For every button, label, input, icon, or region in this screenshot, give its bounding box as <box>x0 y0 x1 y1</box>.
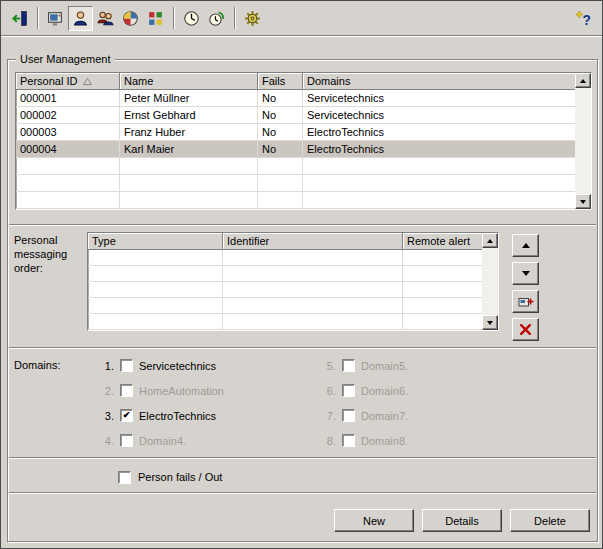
section-separator <box>9 492 596 494</box>
table-cell: No <box>258 141 303 158</box>
domain-checkbox <box>342 359 355 372</box>
sort-asc-icon <box>83 78 92 85</box>
table-cell: 000001 <box>16 90 120 107</box>
table-cell <box>258 175 303 192</box>
table-cell <box>303 192 575 209</box>
domain-checkbox[interactable] <box>120 359 133 372</box>
scroll-down-icon[interactable] <box>575 194 591 209</box>
column-header-type[interactable]: Type <box>88 233 223 250</box>
user-group-icon[interactable] <box>93 6 118 31</box>
table-row[interactable]: 000001Peter MüllnerNoServicetechnics <box>16 90 575 107</box>
table-cell <box>88 298 223 314</box>
domain-label: Domain5. <box>361 360 408 372</box>
domain-number: 8. <box>322 435 336 447</box>
user-table-main: Personal ID Name Fails Domains 000001Pet… <box>16 73 575 209</box>
domain-checkbox <box>342 434 355 447</box>
column-header-fails[interactable]: Fails <box>258 73 303 90</box>
table-row-empty[interactable] <box>88 266 482 282</box>
toolbar-separator <box>173 7 174 29</box>
table-cell <box>258 192 303 209</box>
domain-option-row: 2.HomeAutomation <box>100 378 224 403</box>
details-button[interactable]: Details <box>422 509 502 532</box>
user-management-icon[interactable] <box>68 6 93 31</box>
table-row-empty[interactable] <box>88 314 482 330</box>
table-row[interactable]: 000002Ernst GebhardNoServicetechnics <box>16 107 575 124</box>
column-label: Domains <box>307 75 350 87</box>
scroll-track[interactable] <box>575 88 591 194</box>
table-cell <box>223 250 403 266</box>
domain-label: Domain4. <box>139 435 186 447</box>
domain-option-row: 5.Domain5. <box>322 353 408 378</box>
column-header-personal-id[interactable]: Personal ID <box>16 73 120 90</box>
table-cell <box>16 192 120 209</box>
table-row-empty[interactable] <box>88 298 482 314</box>
arrow-down-icon <box>487 321 493 328</box>
time-schedule-icon[interactable] <box>204 6 229 31</box>
column-header-name[interactable]: Name <box>120 73 258 90</box>
scroll-up-icon[interactable] <box>482 233 498 248</box>
new-button[interactable]: New <box>334 509 414 532</box>
table-row-empty[interactable] <box>88 282 482 298</box>
table-row[interactable]: 000003Franz HuberNoElectroTechnics <box>16 124 575 141</box>
section-separator <box>9 457 596 459</box>
domain-checkbox <box>120 434 133 447</box>
badge-reader-icon[interactable] <box>43 6 68 31</box>
table-row-empty[interactable] <box>16 175 575 192</box>
table-cell <box>303 158 575 175</box>
column-header-identifier[interactable]: Identifier <box>223 233 403 250</box>
table-cell <box>403 266 482 282</box>
section-separator <box>9 347 596 349</box>
domain-label: Domain8. <box>361 435 408 447</box>
column-label: Personal ID <box>20 75 77 87</box>
delete-entry-button[interactable] <box>512 318 539 341</box>
messaging-table-scrollbar <box>482 233 498 330</box>
gear-icon[interactable] <box>240 6 265 31</box>
domain-number: 6. <box>322 385 336 397</box>
help-icon[interactable]: ? <box>571 6 596 31</box>
table-row-empty[interactable] <box>16 192 575 209</box>
table-cell <box>88 266 223 282</box>
domain-checkbox <box>120 384 133 397</box>
logout-icon[interactable] <box>7 6 32 31</box>
move-up-button[interactable] <box>512 234 539 257</box>
scroll-track[interactable] <box>482 248 498 315</box>
globe-icon[interactable] <box>118 6 143 31</box>
table-row-empty[interactable] <box>16 158 575 175</box>
scroll-down-icon[interactable] <box>482 315 498 330</box>
table-cell: 000004 <box>16 141 120 158</box>
table-cell <box>120 192 258 209</box>
table-cell <box>258 158 303 175</box>
column-label: Remote alert <box>407 235 470 247</box>
domain-label: HomeAutomation <box>139 385 224 397</box>
domain-checkbox[interactable]: ✔ <box>120 409 133 422</box>
messaging-table-main: Type Identifier Remote alert <box>88 233 482 330</box>
table-cell <box>16 175 120 192</box>
add-device-button[interactable] <box>512 290 539 313</box>
move-down-button[interactable] <box>512 262 539 285</box>
domain-option-row: 7.Domain7. <box>322 403 408 428</box>
table-cell <box>403 298 482 314</box>
table-cell: 000002 <box>16 107 120 124</box>
table-cell: Franz Huber <box>120 124 258 141</box>
table-cell <box>403 314 482 330</box>
table-cell: Ernst Gebhard <box>120 107 258 124</box>
domain-option-row: 8.Domain8. <box>322 428 408 453</box>
domain-label: Domain6. <box>361 385 408 397</box>
table-cell <box>88 282 223 298</box>
toolbar-separator <box>37 7 38 29</box>
table-row[interactable]: 000004Karl MaierNoElectroTechnics <box>16 141 575 158</box>
table-row-empty[interactable] <box>88 250 482 266</box>
column-header-remote-alert[interactable]: Remote alert <box>403 233 482 250</box>
column-header-domains[interactable]: Domains <box>303 73 575 90</box>
domain-number: 3. <box>100 410 114 422</box>
clock-icon[interactable] <box>179 6 204 31</box>
modules-icon[interactable] <box>143 6 168 31</box>
person-fails-checkbox[interactable] <box>118 471 131 484</box>
table-cell: Servicetechnics <box>303 107 575 124</box>
domains-col-right: 5.Domain5.6.Domain6.7.Domain7.8.Domain8. <box>322 353 408 453</box>
scroll-up-icon[interactable] <box>575 73 591 88</box>
domain-label: ElectroTechnics <box>139 410 216 422</box>
table-cell: 000003 <box>16 124 120 141</box>
table-cell: No <box>258 107 303 124</box>
delete-button[interactable]: Delete <box>510 509 590 532</box>
